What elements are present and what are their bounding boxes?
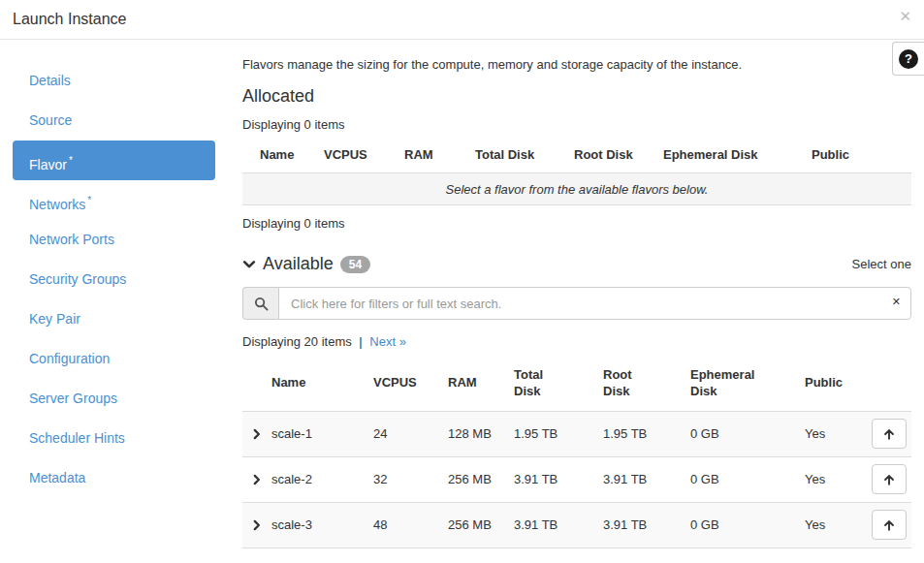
col-name: Name (271, 357, 373, 411)
row-expander[interactable] (242, 456, 271, 502)
sidebar-item-flavor[interactable]: Flavor* (13, 141, 215, 180)
chevron-right-icon (251, 519, 263, 531)
cell-ephemeral-disk: 0 GB (690, 411, 805, 456)
allocated-footer-count: Displaying 0 items (242, 216, 911, 231)
select-one-hint: Select one (852, 257, 911, 271)
modal-header: Launch Instance ✕ (0, 0, 924, 40)
cell-total-disk: 1.95 TB (514, 411, 603, 456)
sidebar-item-configuration[interactable]: Configuration (13, 339, 215, 379)
cell-ram: 256 MB (448, 502, 514, 547)
clear-search-icon[interactable]: ✕ (892, 297, 901, 307)
sidebar-item-network-ports[interactable]: Network Ports (13, 220, 215, 260)
col-public: Public (812, 138, 911, 173)
cell-public: Yes (805, 456, 867, 502)
col-root-disk: Root Disk (603, 357, 690, 411)
available-count-badge: 54 (340, 256, 370, 273)
allocated-empty-message: Select a flavor from the available flavo… (242, 173, 911, 205)
sidebar-item-key-pair[interactable]: Key Pair (13, 299, 215, 339)
sidebar-item-server-groups[interactable]: Server Groups (13, 379, 215, 419)
sidebar-item-scheduler-hints[interactable]: Scheduler Hints (13, 419, 215, 458)
row-expander[interactable] (242, 502, 271, 547)
col-root-disk: Root Disk (574, 138, 663, 173)
col-name: Name (242, 138, 324, 173)
cell-root-disk: 3.91 TB (603, 456, 690, 502)
col-vcpus: VCPUS (324, 138, 404, 173)
col-expander (242, 357, 271, 411)
paging-separator: | (359, 334, 362, 349)
sidebar-item-networks[interactable]: Networks* (13, 180, 215, 220)
cell-ram: 128 MB (448, 411, 514, 456)
search-input[interactable] (278, 287, 911, 320)
up-arrow-icon (882, 427, 896, 441)
cell-ram: 256 MB (448, 456, 514, 502)
flavor-step-content: Flavors manage the sizing for the comput… (242, 40, 924, 563)
cell-public: Yes (805, 502, 867, 547)
modal-title: Launch Instance (13, 11, 126, 27)
search-addon[interactable] (242, 287, 278, 320)
cell-vcpus: 48 (373, 502, 448, 547)
available-collapse-toggle[interactable]: Available 54 (242, 254, 370, 274)
col-ephemeral-disk: Ephemeral Disk (690, 357, 805, 411)
cell-root-disk: 1.95 TB (603, 411, 690, 456)
allocated-heading: Allocated (242, 86, 911, 107)
available-heading: Available (263, 254, 334, 274)
cell-public: Yes (805, 411, 867, 456)
launch-instance-modal: Launch Instance ✕ ? Details Source Flavo… (0, 0, 924, 563)
col-total-disk: Total Disk (475, 138, 574, 173)
cell-ephemeral-disk: 0 GB (690, 502, 805, 547)
allocated-table: Name VCPUS RAM Total Disk Root Disk Ephe… (242, 138, 911, 205)
available-paging: Displaying 20 items | Next » (242, 334, 911, 349)
allocated-count: Displaying 0 items (242, 117, 911, 132)
up-arrow-icon (882, 518, 896, 532)
table-row-scale-2: scale-2 32 256 MB 3.91 TB 3.91 TB 0 GB Y… (242, 456, 911, 502)
allocate-flavor-button[interactable] (872, 419, 907, 449)
modal-body: Details Source Flavor* Networks* Network… (0, 40, 924, 563)
chevron-down-icon (242, 258, 256, 271)
available-header-row: Name VCPUS RAM Total Disk Root Disk Ephe… (242, 357, 911, 411)
available-section-header: Available 54 Select one (242, 254, 911, 274)
col-ephemeral-disk: Ephemeral Disk (663, 138, 812, 173)
filter-search-bar: ✕ (242, 287, 911, 320)
sidebar-item-source[interactable]: Source (13, 101, 215, 141)
col-action (867, 357, 911, 411)
cell-total-disk: 3.91 TB (514, 502, 603, 547)
chevron-right-icon (251, 428, 263, 440)
required-asterisk: * (69, 155, 73, 166)
cell-name: scale-2 (271, 456, 373, 502)
col-total-disk: Total Disk (514, 357, 603, 411)
cell-root-disk: 3.91 TB (603, 502, 690, 547)
close-icon[interactable]: ✕ (899, 9, 911, 23)
cell-name: scale-1 (271, 411, 373, 456)
allocated-empty-row: Select a flavor from the available flavo… (242, 173, 911, 205)
cell-total-disk: 3.91 TB (514, 456, 603, 502)
col-ram: RAM (404, 138, 475, 173)
sidebar-item-details[interactable]: Details (13, 61, 215, 101)
table-row-scale-1: scale-1 24 128 MB 1.95 TB 1.95 TB 0 GB Y… (242, 411, 911, 456)
col-vcpus: VCPUS (373, 357, 448, 411)
cell-vcpus: 24 (373, 411, 448, 456)
sidebar-item-security-groups[interactable]: Security Groups (13, 260, 215, 299)
table-row-scale-3: scale-3 48 256 MB 3.91 TB 3.91 TB 0 GB Y… (242, 502, 911, 547)
wizard-sidebar: Details Source Flavor* Networks* Network… (0, 40, 242, 563)
allocate-flavor-button[interactable] (872, 464, 907, 494)
cell-ephemeral-disk: 0 GB (690, 456, 805, 502)
up-arrow-icon (882, 473, 896, 486)
col-ram: RAM (448, 357, 514, 411)
available-table: Name VCPUS RAM Total Disk Root Disk Ephe… (242, 357, 911, 548)
allocated-header-row: Name VCPUS RAM Total Disk Root Disk Ephe… (242, 138, 911, 173)
allocate-flavor-button[interactable] (872, 510, 907, 540)
search-icon (254, 297, 269, 311)
question-circle-icon: ? (899, 49, 918, 69)
chevron-right-icon (251, 474, 263, 485)
cell-vcpus: 32 (373, 456, 448, 502)
step-description: Flavors manage the sizing for the comput… (242, 57, 911, 72)
available-count: Displaying 20 items (242, 334, 352, 349)
col-public: Public (805, 357, 867, 411)
required-asterisk: * (87, 195, 91, 205)
next-page-link[interactable]: Next » (369, 334, 406, 349)
sidebar-item-metadata[interactable]: Metadata (13, 458, 215, 498)
cell-name: scale-3 (271, 502, 373, 547)
help-button[interactable]: ? (892, 42, 924, 76)
row-expander[interactable] (242, 411, 271, 456)
